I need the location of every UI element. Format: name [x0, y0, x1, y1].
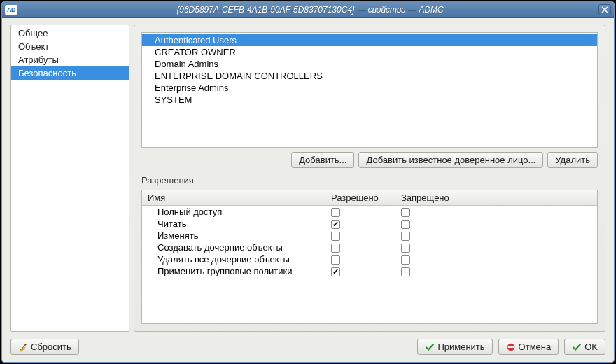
- allow-checkbox[interactable]: [331, 267, 340, 276]
- perm-deny-cell: [396, 253, 597, 265]
- principal-item[interactable]: Enterprise Admins: [142, 82, 597, 94]
- cancel-label: Отмена: [519, 342, 552, 352]
- close-button[interactable]: [598, 4, 611, 15]
- add-button[interactable]: Добавить...: [291, 152, 354, 168]
- sidebar-item[interactable]: Объект: [11, 40, 129, 53]
- permissions-label: Разрешения: [141, 175, 598, 186]
- main-row: ОбщееОбъектАтрибутыБезопасность Authenti…: [10, 24, 606, 332]
- th-allow[interactable]: Разрешено: [326, 190, 396, 205]
- principal-item[interactable]: Authenticated Users: [142, 34, 597, 46]
- right-buttons: Применить Отмена OK: [417, 339, 606, 355]
- reset-button[interactable]: Сбросить: [10, 339, 79, 355]
- ok-button[interactable]: OK: [564, 339, 606, 355]
- sidebar-item[interactable]: Общее: [11, 27, 129, 40]
- principal-item[interactable]: ENTERPRISE DOMAIN CONTROLLERS: [142, 70, 597, 82]
- principals-list[interactable]: Authenticated UsersCREATOR OWNERDomain A…: [141, 32, 598, 148]
- perm-allow-cell: [326, 253, 396, 265]
- th-deny[interactable]: Запрещено: [396, 190, 597, 205]
- perm-deny-cell: [396, 230, 597, 241]
- perm-allow-cell: [326, 265, 396, 277]
- apply-button[interactable]: Применить: [417, 339, 492, 355]
- apply-label: Применить: [438, 342, 484, 352]
- perm-allow-cell: [326, 206, 396, 218]
- add-trusted-button[interactable]: Добавить известное доверенное лицо...: [358, 152, 543, 168]
- deny-checkbox[interactable]: [401, 255, 410, 265]
- cancel-button[interactable]: Отмена: [498, 339, 559, 355]
- properties-window: AD {96D5897A-CEFB-4A1B-90AF-5D83707130C4…: [1, 1, 615, 363]
- window-title: {96D5897A-CEFB-4A1B-90AF-5D83707130C4} —…: [22, 5, 598, 15]
- permissions-table: Имя Разрешено Запрещено Полный доступЧит…: [141, 190, 598, 324]
- deny-checkbox[interactable]: [401, 208, 410, 217]
- allow-checkbox[interactable]: [331, 244, 340, 253]
- table-row: Читать: [142, 218, 597, 230]
- perm-name: Применить групповые политики: [142, 265, 326, 277]
- table-row: Создавать дочерние объекты: [142, 241, 597, 253]
- allow-checkbox[interactable]: [331, 255, 340, 265]
- reset-label: Сбросить: [31, 342, 71, 352]
- perm-name: Удалять все дочерние объекты: [142, 253, 326, 265]
- th-name[interactable]: Имя: [142, 190, 326, 205]
- ok-label: OK: [584, 342, 598, 352]
- deny-checkbox[interactable]: [401, 244, 410, 253]
- table-row: Изменять: [142, 230, 597, 241]
- perm-name: Читать: [142, 218, 326, 230]
- table-row: Удалять все дочерние объекты: [142, 253, 597, 265]
- deny-checkbox[interactable]: [401, 220, 410, 229]
- principal-item[interactable]: CREATOR OWNER: [142, 46, 597, 58]
- svg-rect-1: [507, 346, 514, 348]
- sidebar-item[interactable]: Безопасность: [11, 66, 129, 80]
- content-area: ОбщееОбъектАтрибутыБезопасность Authenti…: [2, 18, 614, 362]
- security-panel: Authenticated UsersCREATOR OWNERDomain A…: [134, 24, 606, 332]
- tabs-sidebar: ОбщееОбъектАтрибутыБезопасность: [10, 24, 130, 332]
- allow-checkbox[interactable]: [331, 208, 340, 217]
- dialog-button-row: Сбросить Применить Отмена OK: [10, 337, 606, 355]
- close-icon: [601, 6, 608, 13]
- remove-button[interactable]: Удалить: [547, 152, 598, 168]
- cancel-icon: [506, 342, 516, 352]
- principal-item[interactable]: Domain Admins: [142, 58, 597, 70]
- deny-checkbox[interactable]: [401, 267, 410, 276]
- titlebar[interactable]: AD {96D5897A-CEFB-4A1B-90AF-5D83707130C4…: [2, 2, 614, 18]
- perm-deny-cell: [396, 241, 597, 253]
- perm-allow-cell: [326, 230, 396, 241]
- perm-name: Изменять: [142, 230, 326, 241]
- table-body: Полный доступЧитатьИзменятьСоздавать доч…: [142, 206, 597, 323]
- perm-allow-cell: [326, 241, 396, 253]
- perm-allow-cell: [326, 218, 396, 230]
- sidebar-item[interactable]: Атрибуты: [11, 53, 129, 66]
- app-icon: AD: [5, 5, 18, 15]
- perm-deny-cell: [396, 206, 597, 218]
- deny-checkbox[interactable]: [401, 232, 410, 241]
- allow-checkbox[interactable]: [331, 232, 340, 241]
- principal-item[interactable]: SYSTEM: [142, 94, 597, 106]
- allow-checkbox[interactable]: [331, 220, 340, 229]
- table-row: Полный доступ: [142, 206, 597, 218]
- check-icon: [425, 342, 435, 352]
- table-header: Имя Разрешено Запрещено: [142, 190, 597, 206]
- broom-icon: [18, 342, 28, 352]
- perm-name: Полный доступ: [142, 206, 326, 218]
- table-row: Применить групповые политики: [142, 265, 597, 277]
- perm-deny-cell: [396, 218, 597, 230]
- perm-name: Создавать дочерние объекты: [142, 241, 326, 253]
- ok-icon: [572, 342, 582, 352]
- perm-deny-cell: [396, 265, 597, 277]
- principals-button-row: Добавить... Добавить известное доверенно…: [141, 152, 598, 168]
